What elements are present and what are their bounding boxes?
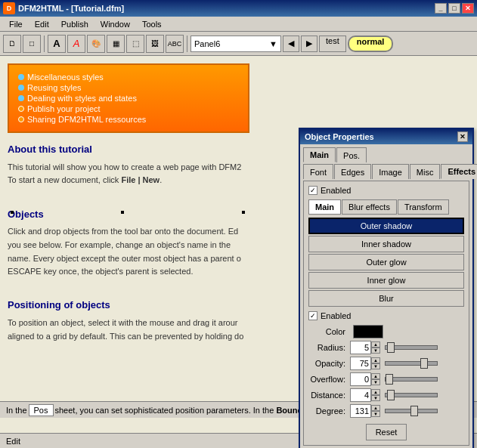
about-bold: File | New	[121, 175, 160, 184]
in-the-label: In the	[6, 406, 27, 415]
enabled-row: ✓ Enabled	[308, 186, 464, 195]
radius-down[interactable]: ▼	[371, 348, 380, 354]
distance-slider[interactable]	[385, 393, 438, 397]
inner-glow-btn[interactable]: Inner glow	[308, 272, 464, 289]
frame-button[interactable]: ⬚	[126, 35, 144, 53]
new-button[interactable]: 🗋	[3, 35, 21, 53]
overflow-spinner[interactable]: ▲ ▼	[350, 372, 380, 386]
sub-tab-blur[interactable]: Blur effects	[342, 199, 397, 215]
distance-label: Distance:	[308, 391, 350, 400]
radius-label: Radius:	[308, 343, 350, 352]
tab-edges[interactable]: Edges	[334, 164, 371, 179]
menu-tools[interactable]: Tools	[136, 18, 168, 30]
degree-up[interactable]: ▲	[371, 405, 380, 411]
overflow-down[interactable]: ▼	[371, 379, 380, 385]
menu-bar: File Edit Publish Window Tools	[0, 17, 477, 32]
opacity-down[interactable]: ▼	[371, 363, 380, 369]
ruler-dot	[242, 211, 245, 214]
degree-row: Degree: ▲ ▼	[308, 404, 464, 418]
tab-effects[interactable]: Effects	[441, 164, 477, 179]
image-button[interactable]: 🖼	[146, 35, 164, 53]
degree-input[interactable]	[350, 404, 371, 418]
tab-misc[interactable]: Misc	[410, 164, 441, 179]
tab-pos[interactable]: Pos.	[336, 147, 367, 162]
open-button[interactable]: □	[23, 35, 41, 53]
opacity-up[interactable]: ▲	[371, 357, 380, 363]
overflow-input[interactable]	[350, 372, 371, 386]
sub-tabs: Main Blur effects Transform	[308, 199, 464, 215]
enabled-label-2: Enabled	[321, 311, 351, 320]
distance-row: Distance: ▲ ▼	[308, 388, 464, 402]
minimize-button[interactable]: _	[435, 3, 447, 14]
distance-down[interactable]: ▼	[371, 395, 380, 401]
menu-edit[interactable]: Edit	[29, 18, 55, 30]
distance-up[interactable]: ▲	[371, 389, 380, 395]
menu-publish[interactable]: Publish	[55, 18, 94, 30]
separator2	[187, 36, 187, 52]
degree-down[interactable]: ▼	[371, 411, 380, 417]
outer-glow-btn[interactable]: Outer glow	[308, 254, 464, 270]
tab-row-2: Font Edges Image Misc Effects	[303, 164, 469, 179]
forward-button[interactable]: ▶	[301, 36, 317, 52]
radius-up[interactable]: ▲	[371, 341, 380, 348]
opacity-spinner[interactable]: ▲ ▼	[350, 357, 380, 370]
overflow-row: Overflow: ▲ ▼	[308, 372, 464, 386]
overflow-slider[interactable]	[385, 377, 438, 382]
menu-window[interactable]: Window	[94, 18, 136, 30]
text-button[interactable]: ABC	[166, 35, 184, 53]
dot-orange-icon	[18, 106, 24, 112]
sub-tab-main[interactable]: Main	[308, 199, 341, 215]
normal-button[interactable]: normal	[348, 36, 394, 52]
sub-tab-transform[interactable]: Transform	[398, 199, 449, 215]
tab-row-1: Main Pos.	[303, 147, 469, 162]
overflow-up[interactable]: ▲	[371, 373, 380, 379]
bold-button[interactable]: A	[48, 35, 66, 53]
enabled-row-2: ✓ Enabled	[308, 311, 464, 320]
outer-shadow-btn[interactable]: Outer shadow	[308, 218, 464, 234]
enabled-checkbox[interactable]: ✓	[308, 186, 317, 195]
distance-input[interactable]	[350, 388, 371, 402]
distance-spinner[interactable]: ▲ ▼	[350, 388, 380, 402]
degree-slider[interactable]	[385, 409, 438, 413]
enabled-checkbox-2[interactable]: ✓	[308, 311, 317, 320]
opacity-input[interactable]	[350, 357, 371, 370]
radius-spinner[interactable]: ▲ ▼	[350, 341, 380, 354]
dot-orange-icon	[18, 116, 24, 122]
panel-dropdown[interactable]: Panel6 ▼	[190, 36, 281, 52]
tab-main[interactable]: Main	[303, 147, 336, 162]
grid-button[interactable]: ▦	[107, 35, 125, 53]
menu-file[interactable]: File	[3, 18, 29, 30]
radius-slider[interactable]	[385, 345, 438, 350]
test-button[interactable]: test	[319, 36, 346, 52]
back-button[interactable]: ◀	[283, 36, 299, 52]
object-properties-dialog: Object Properties ✕ Main Pos. Font Edges…	[299, 128, 474, 448]
tab-image[interactable]: Image	[372, 164, 409, 179]
degree-spinner[interactable]: ▲ ▼	[350, 404, 380, 418]
maximize-button[interactable]: □	[448, 3, 460, 14]
dialog-close-button[interactable]: ✕	[457, 131, 468, 142]
separator	[44, 36, 45, 52]
inner-shadow-btn[interactable]: Inner shadow	[308, 236, 464, 252]
app-icon: D	[3, 2, 15, 14]
dropdown-arrow: ▼	[269, 39, 277, 48]
reset-button[interactable]: Reset	[366, 424, 407, 440]
list-item: Publish your project	[18, 104, 239, 113]
color-picker[interactable]	[353, 325, 383, 338]
color-row: Color	[308, 325, 464, 338]
close-button[interactable]: ✕	[462, 3, 474, 14]
list-item: Reusing styles	[18, 83, 239, 92]
tab-effects-content: ✓ Enabled Main Blur effects Transform Ou…	[303, 181, 469, 446]
italic-button[interactable]: A	[67, 35, 85, 53]
pos-tab-button[interactable]: Pos	[29, 404, 54, 416]
tab-font[interactable]: Font	[303, 164, 333, 179]
title-text: DFM2HTML - [Tutorial.dfm]	[18, 4, 124, 13]
opacity-slider[interactable]	[385, 361, 438, 366]
blur-btn[interactable]: Blur	[308, 290, 464, 307]
color-label: Color	[308, 327, 350, 336]
status-text: Edit	[6, 437, 20, 446]
ruler-dot	[11, 211, 14, 214]
radius-input[interactable]	[350, 341, 371, 354]
color-button[interactable]: 🎨	[87, 35, 105, 53]
list-item: Miscellaneous styles	[18, 73, 239, 82]
radius-row: Radius: ▲ ▼	[308, 341, 464, 354]
